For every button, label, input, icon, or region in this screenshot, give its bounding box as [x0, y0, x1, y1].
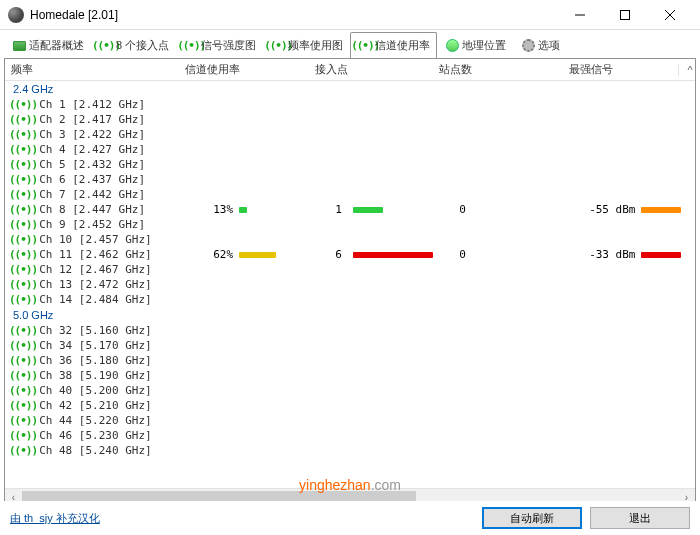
signal-icon: ((•)) — [98, 40, 114, 52]
cell-stations: 0 — [459, 248, 589, 261]
table-row[interactable]: ((•))Ch 2 [2.417 GHz] — [5, 112, 695, 127]
signal-icon: ((•)) — [9, 399, 37, 412]
table-row[interactable]: ((•))Ch 34 [5.170 GHz] — [5, 338, 695, 353]
tab-label: 信道使用率 — [375, 38, 430, 53]
table-row[interactable]: ((•))Ch 4 [2.427 GHz] — [5, 142, 695, 157]
table-row[interactable]: ((•))Ch 7 [2.442 GHz] — [5, 187, 695, 202]
svg-rect-1 — [620, 10, 629, 19]
col-strongest-signal[interactable]: 最强信号 — [563, 62, 678, 77]
table-row[interactable]: ((•))Ch 6 [2.437 GHz] — [5, 172, 695, 187]
table-row[interactable]: ((•))Ch 1 [2.412 GHz] — [5, 97, 695, 112]
tab-options[interactable]: 选项 — [513, 32, 567, 58]
cell-usage: 13% — [205, 203, 335, 216]
tab-signal-strength[interactable]: ((•))信号强度图 — [176, 32, 263, 58]
table-row[interactable]: ((•))Ch 14 [2.484 GHz] — [5, 292, 695, 307]
gear-icon — [520, 40, 536, 52]
col-stations[interactable]: 站点数 — [433, 62, 563, 77]
signal-icon: ((•)) — [9, 173, 37, 186]
cell-channel: Ch 32 [5.160 GHz] — [39, 324, 205, 337]
tab-access-points[interactable]: ((•))8 个接入点 — [91, 32, 176, 58]
signal-icon: ((•)) — [9, 293, 37, 306]
signal-icon: ((•)) — [9, 384, 37, 397]
table-row[interactable]: ((•))Ch 9 [2.452 GHz] — [5, 217, 695, 232]
minimize-button[interactable] — [557, 0, 602, 30]
cell-channel: Ch 6 [2.437 GHz] — [39, 173, 205, 186]
table-row[interactable]: ((•))Ch 13 [2.472 GHz] — [5, 277, 695, 292]
table-row[interactable]: ((•))Ch 38 [5.190 GHz] — [5, 368, 695, 383]
tab-channel-usage[interactable]: ((•))信道使用率 — [350, 32, 437, 58]
signal-icon: ((•)) — [9, 354, 37, 367]
table-row[interactable]: ((•))Ch 3 [2.422 GHz] — [5, 127, 695, 142]
translator-link[interactable]: 由 th_sjy 补充汉化 — [10, 511, 100, 526]
signal-icon: ((•)) — [9, 278, 37, 291]
cell-channel: Ch 48 [5.240 GHz] — [39, 444, 205, 457]
titlebar[interactable]: Homedale [2.01] — [0, 0, 700, 30]
signal-icon: ((•)) — [9, 143, 37, 156]
table-row[interactable]: ((•))Ch 5 [2.432 GHz] — [5, 157, 695, 172]
cell-channel: Ch 13 [2.472 GHz] — [39, 278, 205, 291]
signal-icon: ((•)) — [9, 414, 37, 427]
table-row[interactable]: ((•))Ch 40 [5.200 GHz] — [5, 383, 695, 398]
cell-channel: Ch 14 [2.484 GHz] — [39, 293, 205, 306]
signal-icon: ((•)) — [183, 40, 199, 52]
cell-channel: Ch 36 [5.180 GHz] — [39, 354, 205, 367]
signal-icon: ((•)) — [9, 188, 37, 201]
close-button[interactable] — [647, 0, 692, 30]
exit-button[interactable]: 退出 — [590, 507, 690, 529]
signal-icon: ((•)) — [9, 158, 37, 171]
signal-icon: ((•)) — [9, 369, 37, 382]
table-body: 2.4 GHz ((•))Ch 1 [2.412 GHz]((•))Ch 2 [… — [5, 81, 695, 489]
tab-bar: 适配器概述 ((•))8 个接入点 ((•))信号强度图 ((•))频率使用图 … — [0, 30, 700, 58]
signal-icon: ((•)) — [9, 444, 37, 457]
tab-adapter-overview[interactable]: 适配器概述 — [4, 32, 91, 58]
signal-icon: ((•)) — [9, 218, 37, 231]
tab-frequency-usage[interactable]: ((•))频率使用图 — [263, 32, 350, 58]
table-row[interactable]: ((•))Ch 46 [5.230 GHz] — [5, 428, 695, 443]
col-access-points[interactable]: 接入点 — [309, 62, 433, 77]
table-header: 频率 信道使用率 接入点 站点数 最强信号 ^ — [5, 59, 695, 81]
signal-icon: ((•)) — [9, 203, 37, 216]
cell-channel: Ch 12 [2.467 GHz] — [39, 263, 205, 276]
table-row[interactable]: ((•))Ch 36 [5.180 GHz] — [5, 353, 695, 368]
tab-label: 地理位置 — [462, 38, 506, 53]
section-5-0ghz: 5.0 GHz — [5, 307, 695, 323]
table-row[interactable]: ((•))Ch 12 [2.467 GHz] — [5, 262, 695, 277]
signal-icon: ((•)) — [9, 339, 37, 352]
col-frequency[interactable]: 频率 — [5, 62, 179, 77]
signal-icon: ((•)) — [9, 113, 37, 126]
cell-channel: Ch 4 [2.427 GHz] — [39, 143, 205, 156]
signal-icon: ((•)) — [9, 233, 37, 246]
section-2-4ghz: 2.4 GHz — [5, 81, 695, 97]
table-row[interactable]: ((•))Ch 48 [5.240 GHz] — [5, 443, 695, 458]
signal-icon: ((•)) — [9, 98, 37, 111]
table-row[interactable]: ((•))Ch 42 [5.210 GHz] — [5, 398, 695, 413]
signal-icon: ((•)) — [270, 40, 286, 52]
cell-access-points: 6 — [335, 248, 459, 261]
table-row[interactable]: ((•))Ch 32 [5.160 GHz] — [5, 323, 695, 338]
cell-channel: Ch 8 [2.447 GHz] — [39, 203, 205, 216]
table-row[interactable]: ((•))Ch 8 [2.447 GHz]13%10-55 dBm — [5, 202, 695, 217]
channel-table: 频率 信道使用率 接入点 站点数 最强信号 ^ 2.4 GHz ((•))Ch … — [4, 58, 696, 506]
tab-label: 适配器概述 — [29, 38, 84, 53]
tab-geolocation[interactable]: 地理位置 — [437, 32, 513, 58]
scroll-up-button[interactable]: ^ — [678, 64, 695, 76]
signal-icon: ((•)) — [9, 429, 37, 442]
cell-usage: 62% — [205, 248, 335, 261]
signal-icon: ((•)) — [9, 248, 37, 261]
window-title: Homedale [2.01] — [30, 8, 557, 22]
signal-icon: ((•)) — [9, 263, 37, 276]
cell-channel: Ch 7 [2.442 GHz] — [39, 188, 205, 201]
table-row[interactable]: ((•))Ch 10 [2.457 GHz] — [5, 232, 695, 247]
table-row[interactable]: ((•))Ch 44 [5.220 GHz] — [5, 413, 695, 428]
tab-label: 频率使用图 — [288, 38, 343, 53]
maximize-button[interactable] — [602, 0, 647, 30]
cell-channel: Ch 5 [2.432 GHz] — [39, 158, 205, 171]
table-row[interactable]: ((•))Ch 11 [2.462 GHz]62%60-33 dBm — [5, 247, 695, 262]
adapter-icon — [11, 40, 27, 52]
col-usage[interactable]: 信道使用率 — [179, 62, 309, 77]
cell-signal: -55 dBm — [589, 203, 695, 216]
cell-channel: Ch 3 [2.422 GHz] — [39, 128, 205, 141]
auto-refresh-button[interactable]: 自动刷新 — [482, 507, 582, 529]
signal-icon: ((•)) — [9, 324, 37, 337]
app-icon — [8, 7, 24, 23]
